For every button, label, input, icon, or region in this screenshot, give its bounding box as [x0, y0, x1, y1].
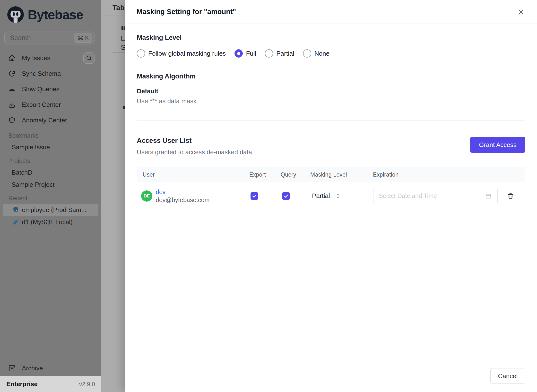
sidebar-item-label: Archive	[22, 365, 43, 372]
shield-alert-icon	[8, 117, 16, 124]
masking-level-radio-group: Follow global masking rules Full Partial…	[137, 49, 525, 58]
chevron-up-down-icon	[335, 193, 341, 199]
sidebar-item-d1-db[interactable]: d1 (MySQL Local)	[3, 216, 98, 228]
avatar: DE	[141, 190, 152, 202]
algorithm-name: Default	[137, 87, 525, 95]
radio-circle[interactable]	[137, 49, 145, 58]
section-divider	[137, 120, 525, 121]
column-header-expiration: Expiration	[369, 171, 525, 178]
radio-partial[interactable]: Partial	[265, 49, 294, 58]
masking-setting-modal: Masking Setting for "amount" Masking Lev…	[125, 0, 537, 392]
table-header-row: User Export Query Masking Level Expirati…	[137, 167, 525, 182]
radio-full[interactable]: Full	[234, 49, 256, 58]
export-checkbox[interactable]	[251, 192, 258, 200]
column-header-masking-level: Masking Level	[307, 171, 369, 178]
radio-circle[interactable]	[303, 49, 311, 58]
sidebar-item-batchd[interactable]: BatchD	[0, 166, 101, 179]
access-user-table: User Export Query Masking Level Expirati…	[137, 167, 525, 210]
section-label-recent: Recent	[0, 193, 101, 204]
mysql-icon	[12, 218, 19, 226]
sidebar-footer: Enterprise v2.9.0	[0, 376, 101, 392]
access-user-list-description: Users granted to access de-masked data.	[137, 148, 470, 156]
modal-body: Masking Level Follow global masking rule…	[125, 24, 537, 359]
sidebar-item-export-center[interactable]: Export Center	[0, 97, 101, 112]
column-header-query: Query	[276, 171, 307, 178]
version-label: v2.9.0	[79, 381, 95, 388]
sidebar-item-employee-db[interactable]: employee (Prod Sam...	[3, 204, 98, 216]
sidebar: Bytebase ⌘ K My Issues	[0, 0, 101, 392]
sidebar-spacer	[0, 228, 101, 360]
user-name-link[interactable]: dev	[156, 188, 209, 196]
radio-circle[interactable]	[265, 49, 273, 58]
sidebar-nav: My Issues Sync Schema S	[0, 50, 101, 128]
sidebar-item-archive[interactable]: Archive	[0, 360, 101, 376]
sidebar-item-label: Anomaly Center	[22, 117, 67, 124]
sidebar-item-label: Sync Schema	[22, 70, 61, 77]
sidebar-item-my-issues[interactable]: My Issues	[0, 50, 101, 66]
sidebar-item-label: My Issues	[22, 54, 50, 62]
background-tab-title: Tab	[113, 4, 124, 12]
modal-footer: Cancel	[125, 359, 537, 392]
column-header-export: Export	[245, 171, 276, 178]
search-icon	[86, 55, 92, 61]
sidebar-item-sync-schema[interactable]: Sync Schema	[0, 66, 101, 81]
masking-algorithm-heading: Masking Algorithm	[137, 73, 525, 80]
radio-none[interactable]: None	[303, 49, 329, 58]
background-text-fragment: S	[121, 43, 126, 51]
sidebar-item-label: Export Center	[22, 101, 61, 109]
home-icon	[8, 54, 16, 62]
user-cell: DE dev dev@bytebase.com	[137, 188, 245, 204]
masking-level-select[interactable]: Partial	[307, 192, 369, 200]
section-label-projects: Projects	[0, 155, 101, 166]
plan-label: Enterprise	[6, 380, 38, 388]
sidebar-item-anomaly-center[interactable]: Anomaly Center	[0, 112, 101, 128]
query-checkbox[interactable]	[282, 192, 290, 200]
logo-text: Bytebase	[28, 7, 83, 22]
sidebar-item-label: Slow Queries	[22, 85, 60, 93]
radio-follow-global[interactable]: Follow global masking rules	[137, 49, 226, 58]
sidebar-item-slow-queries[interactable]: Slow Queries	[0, 81, 101, 97]
expiration-input-wrap	[373, 188, 498, 204]
close-button[interactable]	[517, 9, 525, 16]
expiration-cell	[369, 188, 525, 204]
sync-icon	[8, 70, 16, 77]
calendar-icon[interactable]	[485, 193, 492, 199]
export-cell	[245, 192, 276, 200]
turtle-icon	[8, 85, 16, 93]
sidebar-item-sample-issue[interactable]: Sample Issue	[0, 141, 101, 153]
sidebar-item-sample-project[interactable]: Sample Project	[0, 179, 101, 191]
column-header-user: User	[137, 171, 245, 178]
cancel-button[interactable]: Cancel	[490, 368, 525, 384]
bytebase-logo-icon	[7, 6, 24, 23]
modal-title: Masking Setting for "amount"	[137, 8, 236, 16]
grant-access-button[interactable]: Grant Access	[470, 137, 525, 153]
delete-user-button[interactable]	[507, 192, 514, 200]
sidebar-search-box[interactable]: ⌘ K	[4, 32, 95, 44]
app-root: Bytebase ⌘ K My Issues	[0, 0, 537, 392]
user-identity: dev dev@bytebase.com	[156, 188, 209, 204]
algorithm-description: Use *** as data mask	[137, 97, 525, 105]
close-icon	[517, 9, 525, 16]
radio-circle-checked[interactable]	[234, 49, 243, 58]
logo: Bytebase	[7, 5, 101, 24]
expiration-input[interactable]	[373, 188, 498, 204]
access-user-list-heading: Access User List	[137, 137, 470, 145]
issue-search-button[interactable]	[83, 52, 95, 64]
recent-item-label: employee (Prod Sam...	[22, 206, 87, 214]
access-user-list-header: Access User List Users granted to access…	[137, 137, 525, 156]
check-icon	[283, 193, 289, 199]
background-text-fragment: E	[121, 34, 126, 42]
masking-level-heading: Masking Level	[137, 34, 525, 42]
search-shortcut-badge: ⌘ K	[74, 34, 92, 43]
user-email: dev@bytebase.com	[156, 196, 209, 203]
postgresql-icon	[12, 206, 19, 213]
masking-level-value: Partial	[312, 192, 330, 200]
archive-icon	[8, 365, 16, 372]
check-icon	[252, 193, 257, 199]
recent-item-label: d1 (MySQL Local)	[22, 218, 73, 226]
table-row: DE dev dev@bytebase.com	[137, 182, 525, 210]
trash-icon	[507, 192, 514, 200]
query-cell	[276, 192, 307, 200]
modal-header: Masking Setting for "amount"	[125, 0, 537, 24]
section-label-bookmarks: Bookmarks	[0, 130, 101, 141]
